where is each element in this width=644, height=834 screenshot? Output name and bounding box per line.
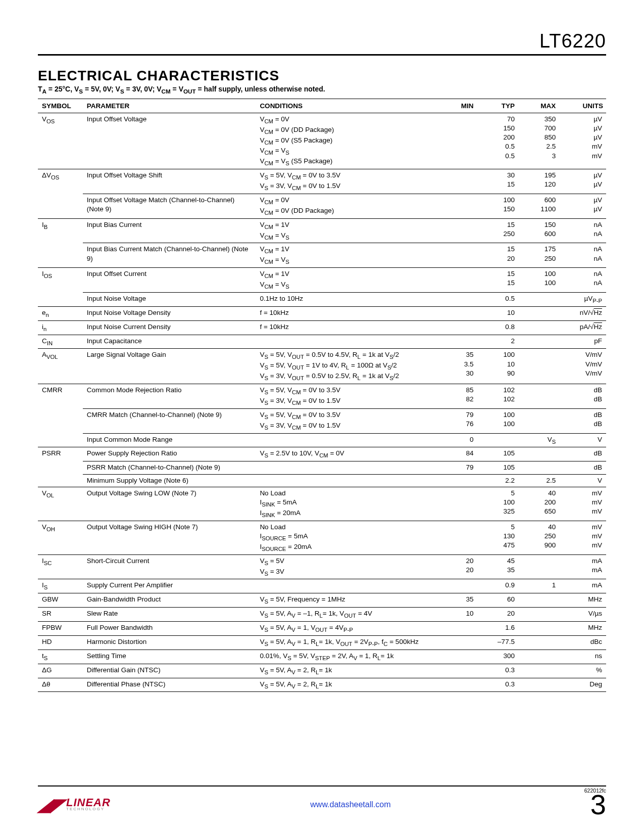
min-cell: 2020 [439,554,480,579]
parameter-cell: Output Voltage Swing HIGH (Note 7) [83,521,256,554]
conditions-cell: VS = 5V, AV = –1, RL= 1k, VOUT = 4V [256,608,439,622]
conditions-cell [256,579,439,593]
parameter-cell: Input Offset Voltage Match (Channel-to-C… [83,194,256,218]
units-cell: V [563,474,606,487]
min-cell [439,194,480,218]
typ-cell: 4535 [481,554,522,579]
parameter-cell: Input Noise Voltage [83,292,256,306]
table-row: Input Bias Current Match (Channel-to-Cha… [38,243,606,268]
typ-cell: 0.5 [481,292,522,306]
units-cell: MHz [563,622,606,636]
conditions-cell: No LoadISOURCE = 5mAISOURCE = 20mA [256,521,439,554]
symbol-cell: IS [38,579,83,593]
parameter-cell: Large Signal Voltage Gain [83,349,256,384]
units-cell: mA [563,579,606,593]
typ-cell: 1.6 [481,622,522,636]
typ-cell: 0.3 [481,664,522,678]
min-cell: 79 [439,461,480,474]
parameter-cell: Input Common Mode Range [83,433,256,447]
table-row: VOHOutput Voltage Swing HIGH (Note 7)No … [38,521,606,554]
symbol-cell [38,292,83,306]
table-row: ΔθDifferential Phase (NTSC)VS = 5V, AV =… [38,678,606,692]
min-cell [439,678,480,692]
min-cell [439,635,480,650]
max-cell: 175250 [522,243,563,268]
conditions-cell: VS = 2.5V to 10V, VCM = 0V [256,447,439,461]
parameter-cell: Input Offset Voltage [83,113,256,169]
max-cell [522,622,563,636]
max-cell: 195120 [522,169,563,194]
col-units: UNITS [563,99,606,113]
conditions-cell: VCM = 0VVCM = 0V (DD Package) [256,194,439,218]
min-cell: 35 [439,593,480,608]
table-row: VOSInput Offset VoltageVCM = 0VVCM = 0V … [38,113,606,169]
symbol-cell: VOL [38,487,83,521]
max-cell [522,447,563,461]
parameter-cell: Gain-Bandwidth Product [83,593,256,608]
max-cell [522,306,563,320]
datasheet-page: LT6220 ELECTRICAL CHARACTERISTICS TA = 2… [0,0,644,834]
table-row: IBInput Bias CurrentVCM = 1VVCM = VS 152… [38,218,606,243]
units-cell: V/µs [563,608,606,622]
table-row: AVOLLarge Signal Voltage GainVS = 5V, VO… [38,349,606,384]
source-link[interactable]: www.datasheetall.com [310,800,390,809]
parameter-cell: Input Noise Voltage Density [83,306,256,320]
parameter-cell: Settling Time [83,650,256,664]
symbol-cell: ΔG [38,664,83,678]
page-footer: ◢◤ LINEAR TECHNOLOGY www.datasheetall.co… [38,770,606,819]
units-cell: MHz [563,593,606,608]
typ-cell: 20 [481,608,522,622]
max-cell: 3507008502.53 [522,113,563,169]
conditions-cell: f = 10kHz [256,306,439,320]
parameter-cell: Input Offset Current [83,268,256,293]
symbol-cell: CMRR [38,384,83,409]
max-cell: 2.5 [522,474,563,487]
typ-cell: 1001090 [481,349,522,384]
units-cell: mVmVmV [563,521,606,554]
max-cell [522,678,563,692]
min-cell [439,268,480,293]
parameter-cell: Input Bias Current [83,218,256,243]
page-number: 3 [590,791,606,819]
parameter-cell: Input Capacitance [83,335,256,349]
table-row: GBWGain-Bandwidth ProductVS = 5V, Freque… [38,593,606,608]
table-row: HDHarmonic DistortionVS = 5V, AV = 1, RL… [38,635,606,650]
conditions-cell: VS = 5V, AV = 1, RL= 1k, VOUT = 2VP-P, f… [256,635,439,650]
max-cell [522,384,563,409]
units-cell: nV/√Hz [563,306,606,320]
typ-cell: 1520 [481,243,522,268]
units-cell: ns [563,650,606,664]
min-cell [439,320,480,335]
units-cell: dB [563,447,606,461]
table-row: FPBWFull Power BandwidthVS = 5V, AV = 1,… [38,622,606,636]
min-cell [439,521,480,554]
parameter-cell: Differential Phase (NTSC) [83,678,256,692]
units-cell: dBdB [563,384,606,409]
col-parameter: PARAMETER [83,99,256,113]
logo-icon: ◢◤ [38,795,64,815]
table-row: ΔVOSInput Offset Voltage ShiftVS = 5V, V… [38,169,606,194]
units-cell: % [563,664,606,678]
symbol-cell: PSRR [38,447,83,461]
min-cell [439,113,480,169]
conditions-cell: VCM = 1VVCM = VS [256,218,439,243]
typ-cell: 2.2 [481,474,522,487]
symbol-cell [38,243,83,268]
conditions-cell: VS = 5V, Frequency = 1MHz [256,593,439,608]
max-cell: 100100 [522,268,563,293]
conditions-cell [256,461,439,474]
min-cell: 10 [439,608,480,622]
conditions-cell: VS = 5V, VCM = 0V to 3.5VVS = 3V, VCM = … [256,408,439,433]
units-cell: pA/√Hz [563,320,606,335]
logo-text-sub: TECHNOLOGY [66,808,111,811]
max-cell [522,554,563,579]
max-cell [522,408,563,433]
conditions-cell [256,433,439,447]
typ-cell: 100100 [481,408,522,433]
table-row: tSSettling Time0.01%, VS = 5V, VSTEP = 2… [38,650,606,664]
col-min: MIN [439,99,480,113]
table-row: CINInput Capacitance 2 pF [38,335,606,349]
max-cell: 40200650 [522,487,563,521]
symbol-cell: CIN [38,335,83,349]
typ-cell: 1515 [481,268,522,293]
